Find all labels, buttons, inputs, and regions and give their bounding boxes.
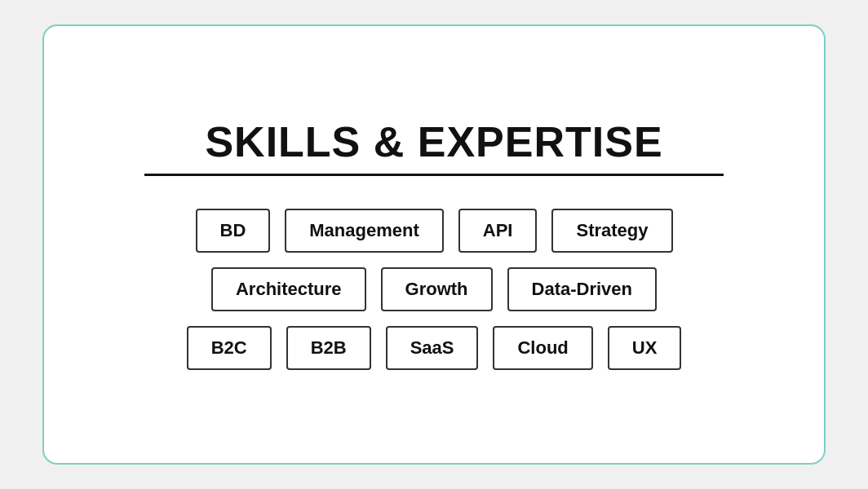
skill-tag-strategy: Strategy xyxy=(551,209,672,253)
skill-tag-architecture: Architecture xyxy=(211,267,366,311)
skills-row-3: B2CB2BSaaSCloudUX xyxy=(187,326,682,370)
skills-row-1: BDManagementAPIStrategy xyxy=(196,209,673,253)
skill-tag-cloud: Cloud xyxy=(493,326,592,370)
skills-container: BDManagementAPIStrategyArchitectureGrowt… xyxy=(93,209,775,370)
skill-tag-b2b: B2B xyxy=(286,326,371,370)
skill-tag-ux: UX xyxy=(608,326,682,370)
skill-tag-growth: Growth xyxy=(381,267,493,311)
title-divider xyxy=(144,174,724,176)
skill-tag-api: API xyxy=(458,209,538,253)
skill-tag-management: Management xyxy=(285,209,443,253)
skill-tag-bd: BD xyxy=(196,209,271,253)
skills-card: SKILLS & EXPERTISE BDManagementAPIStrate… xyxy=(42,24,826,465)
skill-tag-data-driven: Data-Driven xyxy=(507,267,657,311)
skills-row-2: ArchitectureGrowthData-Driven xyxy=(211,267,657,311)
skill-tag-saas: SaaS xyxy=(386,326,479,370)
title-section: SKILLS & EXPERTISE xyxy=(93,119,775,176)
page-title: SKILLS & EXPERTISE xyxy=(93,119,775,165)
skill-tag-b2c: B2C xyxy=(187,326,272,370)
